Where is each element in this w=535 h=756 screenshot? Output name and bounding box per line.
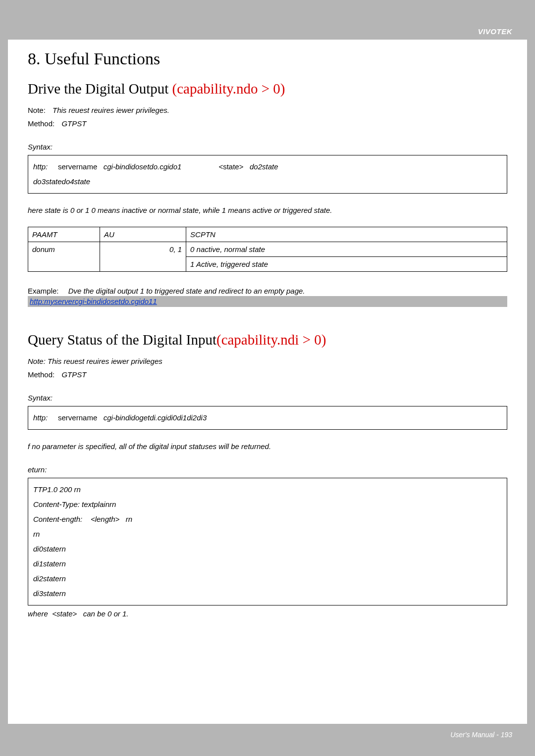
table-header-row: PAAMT AU SCPTN <box>28 227 507 242</box>
return-line: di1statern <box>33 556 502 571</box>
syntax-token: cgi-bindidogetdi.cgidi0di1di2di3 <box>104 413 207 422</box>
syntax-box: http: servername cgi-bindidosetdo.cgido1… <box>28 155 507 194</box>
heading-capability: (capability.ndo > 0) <box>172 81 285 97</box>
return-line: di3statern <box>33 586 502 601</box>
syntax-label: Syntax: <box>28 143 507 151</box>
syntax-line-2: do3statedo4state <box>33 174 502 189</box>
section-heading-query-di: Query Status of the Digital Input(capabi… <box>28 332 507 348</box>
syntax-line-1: http: servername cgi-bindidosetdo.cgido1… <box>33 159 502 174</box>
note-line: Note: This reuest reuires iewer privileg… <box>28 106 507 114</box>
syntax-box: http: servername cgi-bindidogetdi.cgidi0… <box>28 406 507 430</box>
example-link-bar: http:myservercgi-bindidosetdo.cgido11 <box>28 296 507 307</box>
return-label: eturn: <box>28 465 507 474</box>
return-line: Content-ength: <length> rn <box>33 512 502 527</box>
cell-param: donum <box>28 242 100 272</box>
method-label: Method: <box>28 119 54 128</box>
syntax-token: cgi-bindidosetdo.cgido1 <box>104 162 182 171</box>
example-text: Dve the digital output 1 to triggered st… <box>68 287 305 295</box>
note-text: This reuest reuires iewer privileges. <box>53 106 169 114</box>
body-paragraph: f no parameter is specified, all of the … <box>28 442 507 451</box>
page-title: 8. Useful Functions <box>28 50 507 68</box>
footer-bar <box>8 724 527 746</box>
method-line: Method: GTPST <box>28 119 507 128</box>
param-name: donum <box>32 245 55 253</box>
body-paragraph: here state is 0 or 1 0 means inactive or… <box>28 206 507 214</box>
heading-text: Query Status of the Digital Input <box>28 332 216 348</box>
content-area: 8. Useful Functions Drive the Digital Ou… <box>8 40 527 618</box>
method-label: Method: <box>28 370 54 379</box>
return-token: Content-ength: <box>33 515 82 523</box>
where-token: where <box>28 609 48 618</box>
col-header-value: AU <box>100 227 186 242</box>
syntax-token: servername <box>58 162 97 171</box>
syntax-token: servername <box>58 413 97 422</box>
return-line: TTP1.0 200 rn <box>33 482 502 497</box>
cell-value: 0, 1 <box>100 242 186 272</box>
document-page: VIVOTEK 8. Useful Functions Drive the Di… <box>8 10 527 746</box>
where-line: where <state> can be 0 or 1. <box>28 609 507 618</box>
syntax-token: http: <box>33 162 48 171</box>
cell-description: 1 Active, triggered state <box>186 257 507 272</box>
header-bar: VIVOTEK <box>8 10 527 40</box>
method-line: Method: GTPST <box>28 370 507 379</box>
col-header-description: SCPTN <box>186 227 507 242</box>
return-box: TTP1.0 200 rn Content-Type: textplainrn … <box>28 478 507 605</box>
return-line: di2statern <box>33 571 502 586</box>
syntax-token: http: <box>33 413 48 422</box>
return-token: rn <box>126 515 132 523</box>
example-line: Example: Dve the digital output 1 to tri… <box>28 287 507 295</box>
return-line: rn <box>33 527 502 542</box>
heading-text: Drive the Digital Output <box>28 81 172 97</box>
heading-capability: (capability.ndi > 0) <box>216 332 326 348</box>
note-line: Note: This reuest reuires iewer privileg… <box>28 357 507 365</box>
brand-logo: VIVOTEK <box>478 27 512 36</box>
section-heading-drive-do: Drive the Digital Output (capability.ndo… <box>28 81 507 97</box>
page-footer: User's Manual - 193 <box>450 731 512 739</box>
method-text: GTPST <box>61 119 86 128</box>
where-token: can be 0 or 1. <box>83 609 129 618</box>
table-row: donum 0, 1 0 nactive, normal state <box>28 242 507 257</box>
return-line: Content-Type: textplainrn <box>33 497 502 512</box>
where-token: <state> <box>52 609 77 618</box>
return-line: di0statern <box>33 542 502 556</box>
method-text: GTPST <box>61 370 86 379</box>
note-full: Note: This reuest reuires iewer privileg… <box>28 357 162 365</box>
syntax-token: <state> <box>218 162 243 171</box>
cell-description: 0 nactive, normal state <box>186 242 507 257</box>
syntax-token: do2state <box>250 162 278 171</box>
return-token: <length> <box>91 515 119 523</box>
example-link[interactable]: http:myservercgi-bindidosetdo.cgido11 <box>28 297 159 305</box>
parameters-table: PAAMT AU SCPTN donum 0, 1 0 nactive, nor… <box>28 227 507 272</box>
syntax-label: Syntax: <box>28 394 507 402</box>
example-label: Example: <box>28 287 59 295</box>
note-label: Note: <box>28 106 46 114</box>
col-header-parameter: PAAMT <box>28 227 100 242</box>
